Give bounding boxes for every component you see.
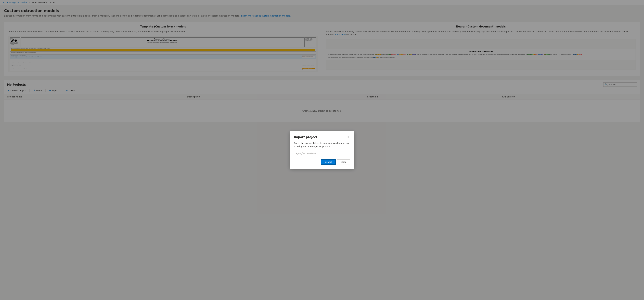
project-token-input[interactable]: [294, 151, 350, 156]
modal-description: Enter the project token to continue work…: [294, 142, 350, 148]
modal-title: Import project: [294, 136, 317, 139]
import-project-modal: Import project × Enter the project token…: [290, 131, 354, 169]
modal-overlay[interactable]: Import project × Enter the project token…: [0, 0, 644, 300]
modal-actions: Import Close: [294, 159, 350, 164]
modal-close-x-button[interactable]: ×: [346, 136, 350, 139]
import-confirm-button[interactable]: Import: [321, 159, 336, 164]
modal-header: Import project ×: [294, 136, 350, 139]
modal-close-button[interactable]: Close: [337, 159, 350, 164]
